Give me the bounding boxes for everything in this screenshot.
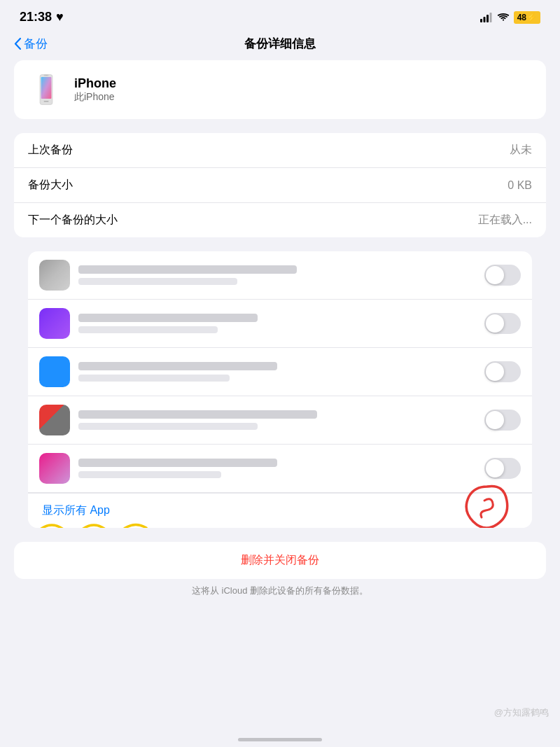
- page-title: 备份详细信息: [244, 36, 316, 52]
- yellow-squiggle-annotation: [38, 518, 150, 528]
- show-all-label: 显示所有 App: [42, 504, 110, 516]
- svg-rect-7: [44, 101, 49, 102]
- app-info-4: [78, 459, 476, 478]
- show-all-apps-row[interactable]: 显示所有 App: [28, 493, 532, 528]
- app-icon-4: [39, 453, 70, 484]
- next-size-label: 下一个备份的大小: [28, 213, 118, 228]
- nav-bar: 备份 备份详细信息: [0, 30, 560, 60]
- svg-rect-6: [41, 77, 52, 99]
- app-sub-bar: [78, 423, 258, 430]
- battery-level: 48: [517, 13, 526, 22]
- back-label: 备份: [24, 36, 48, 52]
- info-table: 上次备份 从未 备份大小 0 KB 下一个备份的大小 正在载入...: [14, 133, 546, 237]
- info-row-next-size: 下一个备份的大小 正在载入...: [14, 203, 546, 237]
- device-subtitle: 此iPhone: [74, 91, 116, 104]
- toggle-0[interactable]: [484, 265, 521, 286]
- app-name-bar: [78, 410, 317, 419]
- app-name-bar: [78, 459, 277, 467]
- back-button[interactable]: 备份: [14, 36, 48, 52]
- app-sub-bar: [78, 278, 237, 285]
- info-row-last-backup: 上次备份 从未: [14, 133, 546, 168]
- phone-screen: 21:38 ♥ 48⚡: [0, 0, 560, 747]
- info-row-backup-size: 备份大小 0 KB: [14, 168, 546, 203]
- heart-icon: ♥: [56, 10, 64, 25]
- next-size-value: 正在载入...: [478, 213, 532, 228]
- svg-rect-3: [489, 13, 491, 22]
- app-row: [28, 251, 532, 300]
- app-sub-bar: [78, 471, 221, 478]
- delete-section: 删除并关闭备份: [14, 542, 546, 579]
- app-info-3: [78, 410, 476, 430]
- status-bar: 21:38 ♥ 48⚡: [0, 0, 560, 30]
- iphone-icon: [31, 74, 62, 105]
- battery-badge: 48⚡: [514, 11, 540, 24]
- red-circle-annotation: [462, 481, 512, 528]
- wifi-icon: [497, 13, 510, 22]
- signal-icon: [480, 13, 493, 22]
- app-row: [28, 348, 532, 396]
- battery-charging-icon: ⚡: [526, 13, 537, 22]
- last-backup-label: 上次备份: [28, 143, 73, 158]
- device-card: iPhone 此iPhone: [14, 60, 546, 119]
- app-list-section: 显示所有 App: [14, 251, 546, 528]
- app-icon-0: [39, 260, 70, 291]
- app-sub-bar: [78, 326, 218, 333]
- device-icon: [28, 71, 64, 108]
- app-row: [28, 300, 532, 348]
- delete-button[interactable]: 删除并关闭备份: [14, 542, 546, 579]
- chevron-left-icon: [14, 38, 21, 50]
- status-icons: 48⚡: [480, 11, 540, 24]
- delete-button-label: 删除并关闭备份: [241, 554, 319, 566]
- app-icon-3: [39, 405, 70, 435]
- home-indicator: [238, 738, 322, 741]
- svg-rect-1: [483, 17, 485, 22]
- time-display: 21:38: [20, 10, 52, 25]
- app-list-card: 显示所有 App: [28, 251, 532, 528]
- app-icon-2: [39, 356, 70, 387]
- svg-rect-0: [480, 19, 482, 22]
- status-time: 21:38 ♥: [20, 10, 64, 25]
- app-info-1: [78, 314, 476, 333]
- app-row: [28, 445, 532, 493]
- backup-size-label: 备份大小: [28, 178, 73, 193]
- app-name-bar: [78, 362, 277, 370]
- toggle-3[interactable]: [484, 410, 521, 431]
- toggle-2[interactable]: [484, 361, 521, 382]
- app-sub-bar: [78, 375, 230, 382]
- backup-size-value: 0 KB: [507, 179, 532, 192]
- watermark-text: @方知露鹤鸣: [494, 707, 549, 718]
- app-name-bar: [78, 314, 258, 322]
- device-info: iPhone 此iPhone: [74, 76, 116, 104]
- svg-rect-2: [486, 15, 489, 22]
- app-info-0: [78, 265, 476, 285]
- svg-point-9: [46, 75, 47, 76]
- last-backup-value: 从未: [510, 143, 532, 158]
- app-info-2: [78, 362, 476, 382]
- app-icon-1: [39, 308, 70, 339]
- toggle-1[interactable]: [484, 313, 521, 334]
- app-row: [28, 396, 532, 445]
- watermark: @方知露鹤鸣: [494, 706, 549, 719]
- device-name: iPhone: [74, 76, 116, 91]
- app-name-bar: [78, 265, 297, 274]
- delete-description: 这将从 iCloud 删除此设备的所有备份数据。: [14, 585, 546, 597]
- toggle-4[interactable]: [484, 458, 521, 479]
